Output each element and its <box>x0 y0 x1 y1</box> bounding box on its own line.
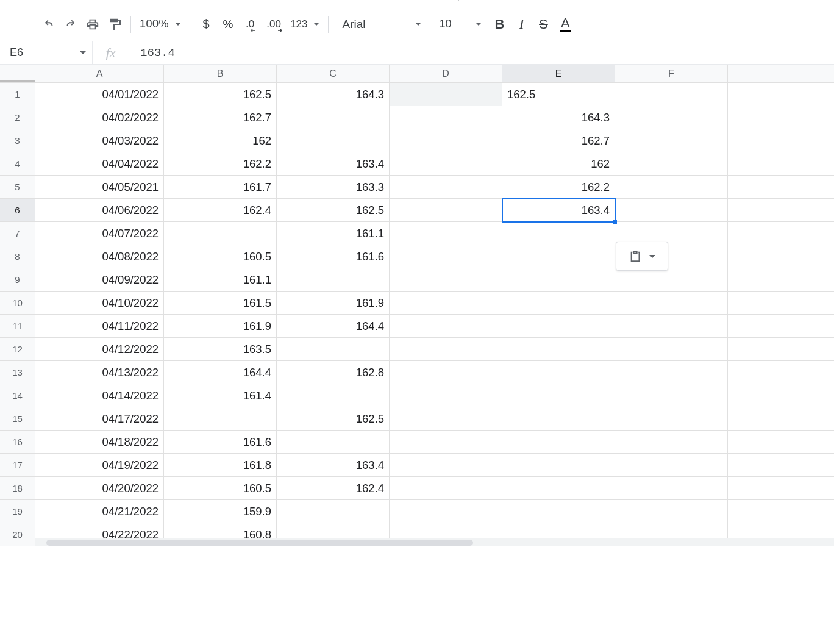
column-header-A[interactable]: A <box>35 65 164 82</box>
cell-D10[interactable] <box>390 292 502 315</box>
cell-F16[interactable] <box>615 431 728 454</box>
cell-G2[interactable] <box>728 106 834 129</box>
cell-F5[interactable] <box>615 176 728 199</box>
cell-G13[interactable] <box>728 361 834 384</box>
cell-F9[interactable] <box>615 268 728 292</box>
cell-A6[interactable]: 04/06/2022 <box>35 199 164 222</box>
row-header-2[interactable]: 2 <box>0 106 35 129</box>
cell-F12[interactable] <box>615 338 728 361</box>
cell-B8[interactable]: 160.5 <box>164 245 277 268</box>
row-header-6[interactable]: 6 <box>0 199 35 222</box>
cell-A2[interactable]: 04/02/2022 <box>35 106 164 129</box>
formula-input[interactable]: 163.4 <box>129 41 834 64</box>
row-header-10[interactable]: 10 <box>0 292 35 315</box>
strikethrough-button[interactable]: S <box>532 13 554 35</box>
menu-insert[interactable]: Insert <box>187 0 216 1</box>
cell-A10[interactable]: 04/10/2022 <box>35 292 164 315</box>
font-family-dropdown[interactable]: Arial <box>333 13 425 35</box>
row-header-9[interactable]: 9 <box>0 268 35 292</box>
row-header-14[interactable]: 14 <box>0 384 35 407</box>
row-header-18[interactable]: 18 <box>0 477 35 500</box>
cell-F1[interactable] <box>615 83 728 106</box>
cell-A19[interactable]: 04/21/2022 <box>35 500 164 523</box>
cell-D17[interactable] <box>390 454 502 477</box>
cell-A17[interactable]: 04/19/2022 <box>35 454 164 477</box>
cell-D14[interactable] <box>390 384 502 407</box>
row-header-4[interactable]: 4 <box>0 152 35 176</box>
row-header-16[interactable]: 16 <box>0 431 35 454</box>
cell-B10[interactable]: 161.5 <box>164 292 277 315</box>
cell-E9[interactable] <box>502 268 615 292</box>
cell-D18[interactable] <box>390 477 502 500</box>
decrease-decimal-button[interactable]: .0 <box>239 13 261 35</box>
cell-E7[interactable] <box>502 222 615 245</box>
cell-C3[interactable] <box>277 129 390 152</box>
cell-G18[interactable] <box>728 477 834 500</box>
row-header-1[interactable]: 1 <box>0 83 35 106</box>
cell-A18[interactable]: 04/20/2022 <box>35 477 164 500</box>
column-header-B[interactable]: B <box>164 65 277 82</box>
column-header-D[interactable]: D <box>390 65 502 82</box>
cell-A13[interactable]: 04/13/2022 <box>35 361 164 384</box>
row-header-19[interactable]: 19 <box>0 500 35 523</box>
italic-button[interactable]: I <box>510 13 532 35</box>
cell-A15[interactable]: 04/17/2022 <box>35 407 164 431</box>
column-header-E[interactable]: E <box>502 65 615 82</box>
cell-B4[interactable]: 162.2 <box>164 152 277 176</box>
menu-edit[interactable]: Edit <box>110 0 130 1</box>
cell-G5[interactable] <box>728 176 834 199</box>
menu-data[interactable]: Data <box>284 0 308 1</box>
cell-C14[interactable] <box>277 384 390 407</box>
cell-D8[interactable] <box>390 245 502 268</box>
cell-G10[interactable] <box>728 292 834 315</box>
cell-G19[interactable] <box>728 500 834 523</box>
row-header-12[interactable]: 12 <box>0 338 35 361</box>
cell-F6[interactable] <box>615 199 728 222</box>
cell-E8[interactable] <box>502 245 615 268</box>
cell-F18[interactable] <box>615 477 728 500</box>
cell-C2[interactable] <box>277 106 390 129</box>
cell-B9[interactable]: 161.1 <box>164 268 277 292</box>
cell-B17[interactable]: 161.8 <box>164 454 277 477</box>
cell-B2[interactable]: 162.7 <box>164 106 277 129</box>
undo-button[interactable] <box>38 13 60 35</box>
more-formats-dropdown[interactable]: 123 <box>287 13 323 35</box>
cell-G15[interactable] <box>728 407 834 431</box>
cell-D15[interactable] <box>390 407 502 431</box>
cell-F2[interactable] <box>615 106 728 129</box>
paste-options-popup[interactable] <box>616 242 668 271</box>
cell-E17[interactable] <box>502 454 615 477</box>
cell-C16[interactable] <box>277 431 390 454</box>
cell-C9[interactable] <box>277 268 390 292</box>
cell-E16[interactable] <box>502 431 615 454</box>
cell-E2[interactable]: 164.3 <box>502 106 615 129</box>
horizontal-scrollbar[interactable] <box>35 538 834 546</box>
cell-G12[interactable] <box>728 338 834 361</box>
cell-A3[interactable]: 04/03/2022 <box>35 129 164 152</box>
font-size-dropdown[interactable]: 10 <box>435 13 478 35</box>
cell-C1[interactable]: 164.3 <box>277 83 390 106</box>
cell-B16[interactable]: 161.6 <box>164 431 277 454</box>
bold-button[interactable]: B <box>488 13 510 35</box>
menu-view[interactable]: View <box>146 0 171 1</box>
cell-C11[interactable]: 164.4 <box>277 315 390 338</box>
cell-A14[interactable]: 04/14/2022 <box>35 384 164 407</box>
redo-button[interactable] <box>60 13 82 35</box>
cell-B1[interactable]: 162.5 <box>164 83 277 106</box>
cell-D16[interactable] <box>390 431 502 454</box>
cell-E15[interactable] <box>502 407 615 431</box>
cell-E5[interactable]: 162.2 <box>502 176 615 199</box>
cell-G4[interactable] <box>728 152 834 176</box>
row-header-8[interactable]: 8 <box>0 245 35 268</box>
cell-C10[interactable]: 161.9 <box>277 292 390 315</box>
column-header-G[interactable] <box>728 65 834 82</box>
row-header-7[interactable]: 7 <box>0 222 35 245</box>
cell-D19[interactable] <box>390 500 502 523</box>
row-header-3[interactable]: 3 <box>0 129 35 152</box>
cell-A7[interactable]: 04/07/2022 <box>35 222 164 245</box>
cell-G9[interactable] <box>728 268 834 292</box>
cell-A11[interactable]: 04/11/2022 <box>35 315 164 338</box>
last-edit-link[interactable]: Last edit was seconds a <box>491 0 615 1</box>
cell-A9[interactable]: 04/09/2022 <box>35 268 164 292</box>
cell-F11[interactable] <box>615 315 728 338</box>
